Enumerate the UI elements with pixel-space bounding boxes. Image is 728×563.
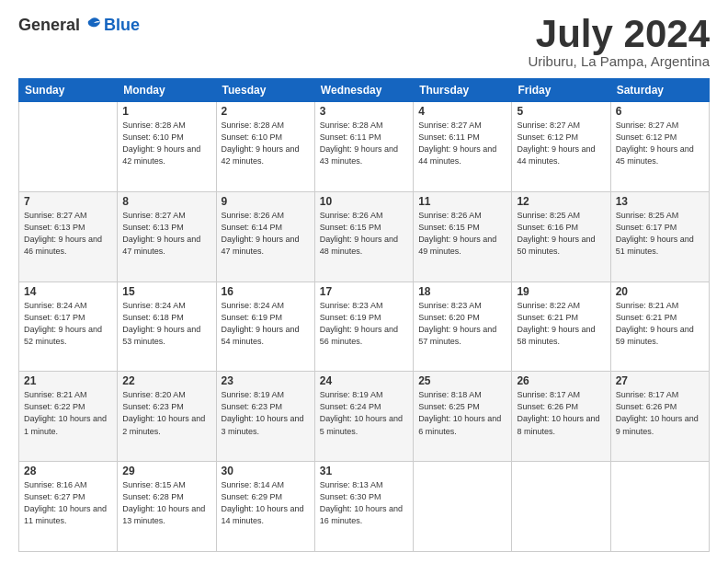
month-title: July 2024	[528, 15, 710, 53]
calendar-cell: 25Sunrise: 8:18 AMSunset: 6:25 PMDayligh…	[414, 372, 512, 462]
logo-text: General Blue	[18, 15, 140, 35]
day-info: Sunrise: 8:26 AMSunset: 6:14 PMDaylight:…	[222, 210, 310, 258]
day-info: Sunrise: 8:28 AMSunset: 6:10 PMDaylight:…	[122, 120, 210, 167]
col-header-tuesday: Tuesday	[216, 79, 314, 102]
day-number: 6	[616, 105, 704, 118]
calendar-cell	[610, 462, 709, 552]
day-number: 5	[517, 105, 605, 118]
day-info: Sunrise: 8:16 AMSunset: 6:27 PMDaylight:…	[24, 479, 112, 527]
calendar-cell: 28Sunrise: 8:16 AMSunset: 6:27 PMDayligh…	[19, 462, 118, 552]
day-info: Sunrise: 8:27 AMSunset: 6:12 PMDaylight:…	[517, 120, 605, 167]
day-info: Sunrise: 8:24 AMSunset: 6:17 PMDaylight:…	[24, 300, 112, 348]
day-number: 1	[122, 105, 210, 118]
day-info: Sunrise: 8:21 AMSunset: 6:21 PMDaylight:…	[616, 300, 704, 348]
col-header-friday: Friday	[512, 79, 610, 102]
day-number: 22	[122, 374, 210, 387]
col-header-wednesday: Wednesday	[314, 79, 413, 102]
calendar-cell: 18Sunrise: 8:23 AMSunset: 6:20 PMDayligh…	[414, 282, 512, 372]
day-info: Sunrise: 8:23 AMSunset: 6:19 PMDaylight:…	[320, 300, 408, 348]
calendar-cell: 6Sunrise: 8:27 AMSunset: 6:12 PMDaylight…	[610, 102, 709, 192]
day-number: 25	[418, 374, 506, 387]
calendar-table: SundayMondayTuesdayWednesdayThursdayFrid…	[18, 78, 710, 552]
calendar-cell: 30Sunrise: 8:14 AMSunset: 6:29 PMDayligh…	[216, 462, 314, 552]
calendar-cell: 22Sunrise: 8:20 AMSunset: 6:23 PMDayligh…	[118, 372, 216, 462]
day-info: Sunrise: 8:24 AMSunset: 6:19 PMDaylight:…	[222, 300, 310, 348]
day-number: 30	[222, 465, 310, 477]
day-info: Sunrise: 8:15 AMSunset: 6:28 PMDaylight:…	[122, 479, 210, 527]
day-info: Sunrise: 8:22 AMSunset: 6:21 PMDaylight:…	[517, 300, 605, 348]
col-header-saturday: Saturday	[610, 79, 709, 102]
calendar-cell: 3Sunrise: 8:28 AMSunset: 6:11 PMDaylight…	[314, 102, 413, 192]
day-info: Sunrise: 8:26 AMSunset: 6:15 PMDaylight:…	[418, 210, 506, 258]
day-number: 28	[24, 465, 112, 477]
day-number: 13	[616, 195, 704, 208]
day-number: 16	[222, 285, 310, 298]
header: General Blue July 2024 Uriburu, La Pampa…	[18, 15, 710, 69]
day-info: Sunrise: 8:18 AMSunset: 6:25 PMDaylight:…	[418, 389, 506, 437]
calendar-cell: 16Sunrise: 8:24 AMSunset: 6:19 PMDayligh…	[216, 282, 314, 372]
calendar-cell: 17Sunrise: 8:23 AMSunset: 6:19 PMDayligh…	[314, 282, 413, 372]
calendar-cell: 7Sunrise: 8:27 AMSunset: 6:13 PMDaylight…	[19, 191, 118, 282]
logo-bird-icon	[82, 15, 102, 35]
day-number: 26	[517, 374, 605, 387]
day-info: Sunrise: 8:17 AMSunset: 6:26 PMDaylight:…	[517, 389, 605, 437]
day-info: Sunrise: 8:21 AMSunset: 6:22 PMDaylight:…	[24, 389, 112, 437]
calendar-cell: 15Sunrise: 8:24 AMSunset: 6:18 PMDayligh…	[118, 282, 216, 372]
day-info: Sunrise: 8:19 AMSunset: 6:23 PMDaylight:…	[222, 389, 310, 437]
day-info: Sunrise: 8:13 AMSunset: 6:30 PMDaylight:…	[320, 479, 408, 527]
calendar-cell: 2Sunrise: 8:28 AMSunset: 6:10 PMDaylight…	[216, 102, 314, 192]
col-header-thursday: Thursday	[414, 79, 512, 102]
calendar-cell: 1Sunrise: 8:28 AMSunset: 6:10 PMDaylight…	[118, 102, 216, 192]
calendar-cell	[512, 462, 610, 552]
day-info: Sunrise: 8:27 AMSunset: 6:12 PMDaylight:…	[616, 120, 704, 167]
title-section: July 2024 Uriburu, La Pampa, Argentina	[528, 15, 710, 69]
day-number: 23	[222, 374, 310, 387]
day-number: 17	[320, 285, 408, 298]
calendar-cell: 29Sunrise: 8:15 AMSunset: 6:28 PMDayligh…	[118, 462, 216, 552]
calendar-cell: 31Sunrise: 8:13 AMSunset: 6:30 PMDayligh…	[314, 462, 413, 552]
calendar-cell: 19Sunrise: 8:22 AMSunset: 6:21 PMDayligh…	[512, 282, 610, 372]
day-number: 4	[418, 105, 506, 118]
day-info: Sunrise: 8:28 AMSunset: 6:11 PMDaylight:…	[320, 120, 408, 167]
col-header-monday: Monday	[118, 79, 216, 102]
day-number: 2	[222, 105, 310, 118]
day-number: 24	[320, 374, 408, 387]
day-number: 12	[517, 195, 605, 208]
logo-general: General	[18, 16, 80, 35]
day-info: Sunrise: 8:14 AMSunset: 6:29 PMDaylight:…	[222, 479, 310, 527]
day-number: 29	[122, 465, 210, 477]
day-number: 10	[320, 195, 408, 208]
day-number: 15	[122, 285, 210, 298]
calendar-cell: 12Sunrise: 8:25 AMSunset: 6:16 PMDayligh…	[512, 191, 610, 282]
calendar-cell: 13Sunrise: 8:25 AMSunset: 6:17 PMDayligh…	[610, 191, 709, 282]
day-info: Sunrise: 8:20 AMSunset: 6:23 PMDaylight:…	[122, 389, 210, 437]
calendar-cell: 9Sunrise: 8:26 AMSunset: 6:14 PMDaylight…	[216, 191, 314, 282]
calendar-cell: 27Sunrise: 8:17 AMSunset: 6:26 PMDayligh…	[610, 372, 709, 462]
calendar-cell: 21Sunrise: 8:21 AMSunset: 6:22 PMDayligh…	[19, 372, 118, 462]
calendar-cell: 5Sunrise: 8:27 AMSunset: 6:12 PMDaylight…	[512, 102, 610, 192]
calendar-cell: 11Sunrise: 8:26 AMSunset: 6:15 PMDayligh…	[414, 191, 512, 282]
calendar-cell: 8Sunrise: 8:27 AMSunset: 6:13 PMDaylight…	[118, 191, 216, 282]
day-info: Sunrise: 8:19 AMSunset: 6:24 PMDaylight:…	[320, 389, 408, 437]
day-number: 27	[616, 374, 704, 387]
logo-blue: Blue	[104, 16, 140, 35]
day-number: 31	[320, 465, 408, 477]
calendar-cell	[414, 462, 512, 552]
day-number: 11	[418, 195, 506, 208]
day-number: 14	[24, 285, 112, 298]
subtitle: Uriburu, La Pampa, Argentina	[528, 53, 710, 69]
col-header-sunday: Sunday	[19, 79, 118, 102]
logo: General Blue	[18, 15, 140, 35]
day-number: 8	[122, 195, 210, 208]
calendar-cell: 14Sunrise: 8:24 AMSunset: 6:17 PMDayligh…	[19, 282, 118, 372]
day-info: Sunrise: 8:23 AMSunset: 6:20 PMDaylight:…	[418, 300, 506, 348]
day-number: 7	[24, 195, 112, 208]
day-number: 18	[418, 285, 506, 298]
day-info: Sunrise: 8:24 AMSunset: 6:18 PMDaylight:…	[122, 300, 210, 348]
day-info: Sunrise: 8:27 AMSunset: 6:13 PMDaylight:…	[122, 210, 210, 258]
calendar-cell: 10Sunrise: 8:26 AMSunset: 6:15 PMDayligh…	[314, 191, 413, 282]
day-info: Sunrise: 8:17 AMSunset: 6:26 PMDaylight:…	[616, 389, 704, 437]
day-info: Sunrise: 8:26 AMSunset: 6:15 PMDaylight:…	[320, 210, 408, 258]
day-number: 20	[616, 285, 704, 298]
page: General Blue July 2024 Uriburu, La Pampa…	[0, 0, 728, 563]
